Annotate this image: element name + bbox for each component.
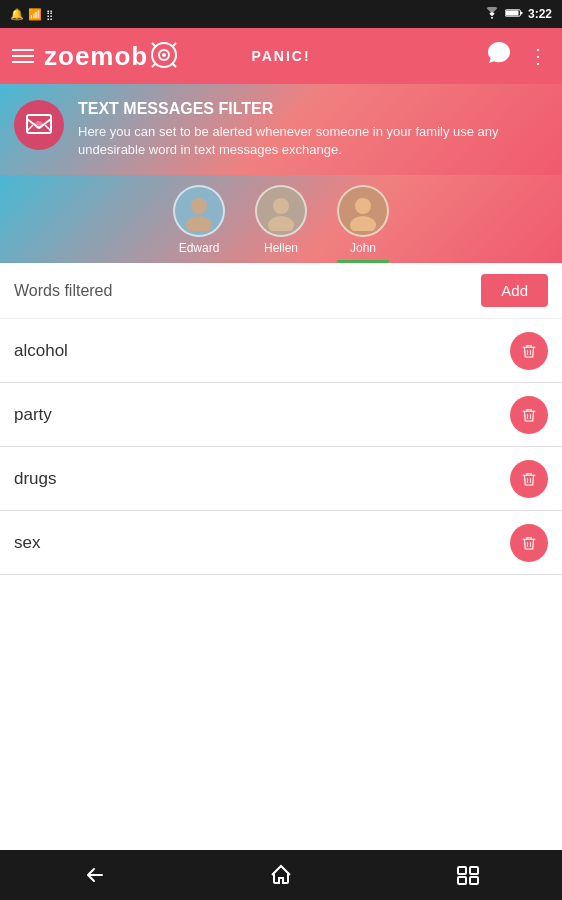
word-item-sex: sex [0, 511, 562, 575]
avatar-hellen [255, 185, 307, 237]
word-item-alcohol: alcohol [0, 319, 562, 383]
chat-icon[interactable] [486, 40, 512, 72]
header-icon [14, 100, 64, 150]
svg-point-14 [355, 198, 371, 214]
svg-point-13 [268, 216, 294, 231]
words-filtered-label: Words filtered [14, 282, 481, 300]
bottom-nav [0, 850, 562, 900]
svg-rect-24 [458, 867, 466, 874]
tab-label-john: John [350, 241, 376, 255]
word-item-drugs: drugs [0, 447, 562, 511]
svg-rect-25 [470, 867, 478, 874]
logo-text: zoemob [44, 41, 148, 72]
tab-label-edward: Edward [179, 241, 220, 255]
svg-rect-26 [458, 877, 466, 884]
delete-button-sex[interactable] [510, 524, 548, 562]
svg-point-11 [186, 216, 212, 231]
delete-button-drugs[interactable] [510, 460, 548, 498]
more-options-icon[interactable]: ⋮ [528, 46, 550, 66]
hamburger-menu[interactable] [12, 49, 34, 63]
word-text-party: party [14, 405, 510, 425]
logo-icon [150, 41, 178, 72]
delete-button-alcohol[interactable] [510, 332, 548, 370]
panic-button[interactable]: PANIC! [251, 48, 310, 64]
avatar-edward [173, 185, 225, 237]
words-list: alcohol party drugs [0, 319, 562, 575]
status-icons-right: 3:22 [484, 7, 552, 22]
bars-icon: ⣿ [46, 9, 53, 20]
recents-button[interactable] [438, 850, 498, 900]
svg-point-15 [350, 216, 376, 231]
svg-rect-27 [470, 877, 478, 884]
word-text-drugs: drugs [14, 469, 510, 489]
status-time: 3:22 [528, 7, 552, 21]
top-nav: zoemob PANIC! ⋮ [0, 28, 562, 84]
nav-right-icons: ⋮ [486, 40, 550, 72]
svg-point-10 [191, 198, 207, 214]
header-title: TEXT MESSAGES FILTER [78, 100, 548, 118]
status-bar-left: 🔔 📶 ⣿ [10, 8, 53, 21]
word-text-sex: sex [14, 533, 510, 553]
back-button[interactable] [64, 850, 124, 900]
tab-label-hellen: Hellen [264, 241, 298, 255]
tab-john[interactable]: John [337, 185, 389, 263]
home-button[interactable] [251, 850, 311, 900]
svg-point-9 [35, 121, 43, 129]
header-text: TEXT MESSAGES FILTER Here you can set to… [78, 100, 548, 159]
battery-icon [505, 8, 523, 20]
delete-button-party[interactable] [510, 396, 548, 434]
words-filtered-bar: Words filtered Add [0, 263, 562, 319]
svg-rect-2 [520, 12, 522, 15]
word-item-party: party [0, 383, 562, 447]
header-description: Here you can set to be alerted whenever … [78, 123, 548, 159]
status-bar: 🔔 📶 ⣿ 3:22 [0, 0, 562, 28]
svg-point-5 [162, 53, 166, 57]
svg-point-12 [273, 198, 289, 214]
notification-icon: 🔔 [10, 8, 24, 21]
add-word-button[interactable]: Add [481, 274, 548, 307]
svg-rect-1 [506, 10, 519, 15]
wifi-icon [484, 7, 500, 22]
tab-hellen[interactable]: Hellen [255, 185, 307, 263]
word-text-alcohol: alcohol [14, 341, 510, 361]
header-section: TEXT MESSAGES FILTER Here you can set to… [0, 84, 562, 175]
avatar-john [337, 185, 389, 237]
tabs-section: Edward Hellen John [0, 175, 562, 263]
sim-icon: 📶 [28, 8, 42, 21]
tab-edward[interactable]: Edward [173, 185, 225, 263]
